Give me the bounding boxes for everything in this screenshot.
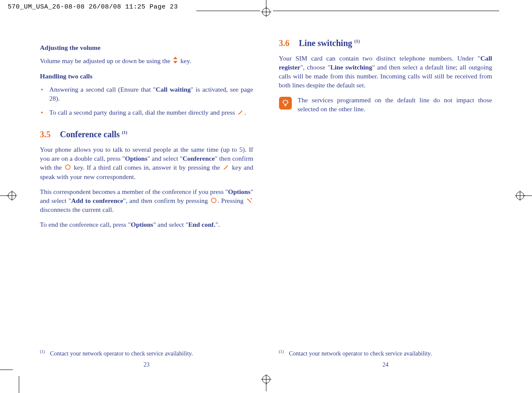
crop-line <box>196 11 260 11</box>
bold-text: Options <box>228 188 251 195</box>
crop-mark-bottom <box>253 374 279 393</box>
svg-marker-16 <box>173 57 177 59</box>
svg-point-20 <box>250 198 252 199</box>
text: ". <box>215 221 220 228</box>
text: " and select " <box>153 221 188 228</box>
svg-line-26 <box>283 100 284 101</box>
para-adjusting: Volume may be adjusted up or down be usi… <box>40 57 253 66</box>
page-left: Adjusting the volume Volume may be adjus… <box>40 38 253 367</box>
page-spread: Adjusting the volume Volume may be adjus… <box>0 38 532 367</box>
bold-text: End conf. <box>188 221 215 228</box>
svg-point-19 <box>211 198 216 202</box>
list-item: Answering a second call (Ensure that "Ca… <box>40 85 253 103</box>
text: key. If a third call comes in, answer it… <box>74 164 222 171</box>
footnote-mark: (1) <box>279 349 284 354</box>
footnote-ref: (1) <box>122 130 128 135</box>
para-conf-1: Your phone allows you to talk to several… <box>40 145 253 182</box>
para-conf-2: This correspondent becomes a member of t… <box>40 188 253 215</box>
call-key-icon <box>238 109 244 118</box>
registration-mark-icon <box>253 0 279 17</box>
crop-line <box>19 376 19 393</box>
crop-line <box>0 370 13 370</box>
section-number: 3.6 <box>279 38 290 48</box>
ok-key-icon <box>65 164 71 173</box>
bold-text: Call waiting <box>156 86 191 93</box>
text: Answering a second call (Ensure that " <box>49 86 156 93</box>
heading-adjusting-volume: Adjusting the volume <box>40 43 253 52</box>
tip-icon <box>279 97 292 110</box>
lightbulb-icon <box>281 99 290 107</box>
para-line-switching: Your SIM card can contain two distinct t… <box>279 54 492 90</box>
heading-handling-two-calls: Handling two calls <box>40 72 253 81</box>
page-right: 3.6Line switching (1) Your SIM card can … <box>279 38 492 367</box>
section-heading-3-6: 3.6Line switching (1) <box>279 38 492 49</box>
text: disconnects the current call. <box>40 206 114 213</box>
footnote-ref: (1) <box>355 38 360 43</box>
tip-text: The services programmed on the default l… <box>298 96 492 114</box>
text: Your SIM card can contain two distinct t… <box>279 55 480 62</box>
text: Line switching <box>299 38 355 48</box>
text: This correspondent becomes a member of t… <box>40 188 228 195</box>
section-title: Line switching (1) <box>299 38 360 48</box>
bold-text: Options <box>131 221 154 228</box>
ok-key-icon <box>211 197 217 206</box>
text: Volume may be adjusted up or down be usi… <box>40 57 172 64</box>
text: To call a second party during a call, di… <box>49 109 237 116</box>
svg-line-27 <box>287 100 288 101</box>
section-number: 3.5 <box>40 130 51 139</box>
tip-note: The services programmed on the default l… <box>279 96 492 114</box>
crop-mark-top <box>253 0 279 19</box>
bold-text: Conference <box>183 155 215 162</box>
para-conf-3: To end the conference call, press "Optio… <box>40 220 253 229</box>
svg-point-21 <box>283 100 288 104</box>
page-number: 24 <box>279 361 492 369</box>
footnote-text: Contact your network operator to check s… <box>289 350 432 357</box>
page-number: 23 <box>40 361 253 369</box>
bold-text: Line switching <box>330 64 372 71</box>
list-item: To call a second party during a call, di… <box>40 108 253 118</box>
text: " and select " <box>147 155 182 162</box>
text: . <box>244 109 246 116</box>
footnote: (1)Contact your network operator to chec… <box>40 349 193 358</box>
end-key-icon <box>247 197 253 206</box>
svg-point-18 <box>65 165 70 169</box>
section-heading-3-5: 3.5Conference calls (1) <box>40 129 253 140</box>
text: ", and then confirm by pressing <box>123 197 210 204</box>
footnote-text: Contact your network operator to check s… <box>50 350 193 357</box>
registration-mark-icon <box>253 374 279 391</box>
text: ", choose " <box>300 64 330 71</box>
section-title: Conference calls (1) <box>60 130 128 139</box>
svg-marker-17 <box>173 61 177 64</box>
text: key. <box>180 57 191 64</box>
text: To end the conference call, press " <box>40 221 131 228</box>
print-header: 570_UM_USA_26-08-08 26/08/08 11:25 Page … <box>8 3 178 11</box>
footnote-mark: (1) <box>40 349 45 354</box>
footnote: (1)Contact your network operator to chec… <box>279 349 432 358</box>
bold-text: Add to conference <box>71 197 123 204</box>
crop-line <box>273 11 499 11</box>
call-key-icon <box>223 164 229 173</box>
text: Conference calls <box>60 130 122 139</box>
bold-text: Options <box>125 155 148 162</box>
text: . Pressing <box>218 197 246 204</box>
volume-arrows-icon <box>173 57 178 66</box>
bullet-list: Answering a second call (Ensure that "Ca… <box>40 85 253 118</box>
